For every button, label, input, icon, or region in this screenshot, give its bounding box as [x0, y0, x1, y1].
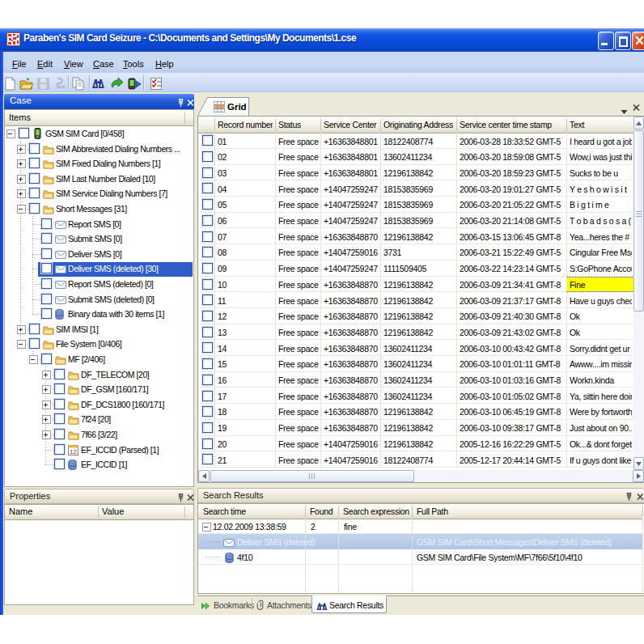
- svg-text:12: 12: [70, 448, 77, 455]
